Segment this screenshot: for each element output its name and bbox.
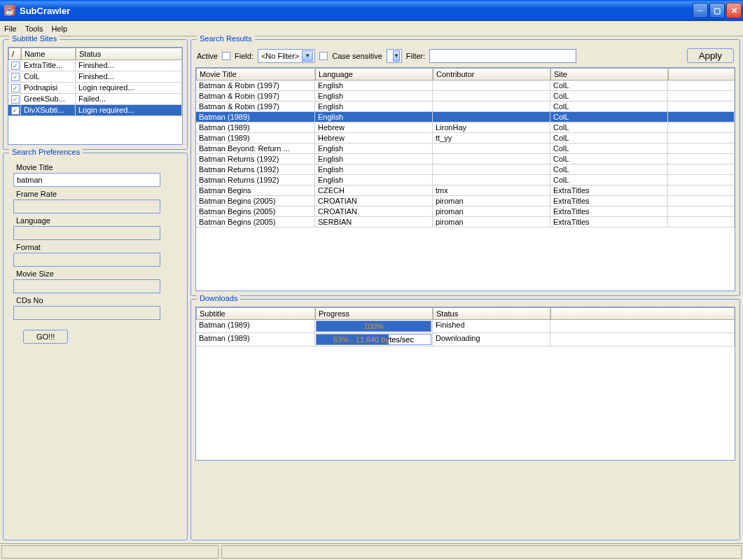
results-row[interactable]: Batman & Robin (1997)EnglishColL bbox=[196, 102, 735, 112]
go-button[interactable]: GO!!! bbox=[23, 330, 68, 344]
input-movie-size[interactable] bbox=[13, 279, 160, 293]
sites-col-name[interactable]: Name bbox=[21, 48, 76, 60]
downloads-legend: Downloads bbox=[197, 294, 240, 302]
sites-col-status[interactable]: Status bbox=[76, 48, 182, 60]
minimize-button[interactable]: ─ bbox=[693, 3, 708, 18]
sites-row[interactable]: ✓DivXSubti...Login required... bbox=[8, 105, 182, 116]
results-col-contributor[interactable]: Contributor bbox=[433, 68, 550, 80]
results-col-blank[interactable] bbox=[668, 68, 735, 80]
site-checkbox[interactable]: ✓ bbox=[11, 62, 20, 70]
downloads-col-status[interactable]: Status bbox=[433, 307, 550, 320]
filter-input[interactable] bbox=[429, 49, 576, 63]
input-cds-no[interactable] bbox=[13, 306, 160, 320]
download-subtitle: Batman (1989) bbox=[196, 333, 315, 346]
site-checkbox[interactable]: ✓ bbox=[11, 106, 20, 115]
progress-text: 100% bbox=[317, 322, 431, 330]
sites-row[interactable]: ✓GreekSub...Failed... bbox=[8, 94, 182, 105]
field-select[interactable]: <No Filter> ▼ bbox=[258, 49, 315, 63]
input-language[interactable] bbox=[13, 226, 160, 240]
result-language: English bbox=[315, 164, 433, 174]
results-row[interactable]: Batman BeginsCZECHtmxExtraTitles bbox=[196, 186, 735, 196]
site-checkbox[interactable]: ✓ bbox=[11, 73, 20, 81]
result-language: English bbox=[315, 91, 433, 101]
result-site: ColL bbox=[550, 80, 668, 90]
results-toolbar: Active Field: <No Filter> ▼ Case sensiti… bbox=[195, 47, 735, 67]
site-status: Finished... bbox=[76, 71, 182, 82]
result-title: Batman Begins (2005) bbox=[196, 217, 315, 227]
results-col-language[interactable]: Language bbox=[315, 68, 433, 80]
menu-file[interactable]: File bbox=[4, 24, 17, 33]
results-row[interactable]: Batman & Robin (1997)EnglishColL bbox=[196, 80, 735, 91]
case-mode-select[interactable]: ▼ bbox=[387, 49, 402, 63]
result-title: Batman Begins (2005) bbox=[196, 206, 315, 216]
site-status: Login required... bbox=[76, 83, 182, 93]
chevron-down-icon: ▼ bbox=[302, 50, 313, 62]
site-name: Podnapisi bbox=[21, 83, 76, 93]
result-contributor bbox=[433, 154, 550, 164]
downloads-row[interactable]: Batman (1989)63% - 11.640 bytes/secDownl… bbox=[196, 333, 735, 346]
input-movie-title[interactable] bbox=[13, 173, 160, 187]
sites-row[interactable]: ✓ColLFinished... bbox=[8, 71, 182, 83]
result-site: ColL bbox=[550, 133, 668, 143]
case-sensitive-checkbox[interactable] bbox=[319, 52, 328, 60]
sites-table: / Name Status ✓ExtraTitle...Finished...✓… bbox=[8, 47, 183, 145]
menu-help[interactable]: Help bbox=[51, 24, 67, 33]
site-name: GreekSub... bbox=[21, 94, 76, 104]
downloads-col-progress[interactable]: Progress bbox=[315, 307, 433, 320]
apply-button[interactable]: Apply bbox=[687, 48, 734, 63]
results-row[interactable]: Batman Begins (2005)CROATIANpiromanExtra… bbox=[196, 206, 735, 217]
results-col-site[interactable]: Site bbox=[550, 68, 668, 80]
result-contributor: LironHay bbox=[433, 122, 550, 132]
close-button[interactable]: ✕ bbox=[726, 3, 742, 18]
downloads-col-subtitle[interactable]: Subtitle bbox=[196, 307, 315, 320]
result-contributor bbox=[433, 102, 550, 111]
maximize-button[interactable]: ▢ bbox=[709, 3, 725, 18]
results-row[interactable]: Batman (1989)HebrewLironHayColL bbox=[196, 122, 735, 133]
result-site: ColL bbox=[550, 154, 668, 164]
result-title: Batman (1989) bbox=[196, 122, 315, 132]
result-title: Batman Returns (1992) bbox=[196, 164, 315, 174]
site-checkbox[interactable]: ✓ bbox=[11, 95, 20, 104]
result-contributor: piroman bbox=[433, 196, 550, 206]
result-language: English bbox=[315, 154, 433, 164]
result-site: ColL bbox=[550, 91, 668, 101]
label-frame-rate: Frame Rate bbox=[16, 190, 174, 198]
label-movie-size: Movie Size bbox=[16, 270, 174, 278]
results-row[interactable]: Batman (1989)EnglishColL bbox=[196, 112, 735, 122]
result-contributor: tmx bbox=[433, 186, 550, 195]
downloads-row[interactable]: Batman (1989)100%Finished bbox=[196, 320, 735, 333]
active-checkbox[interactable] bbox=[222, 52, 230, 60]
results-row[interactable]: Batman Begins (2005)SERBIANpiromanExtraT… bbox=[196, 217, 735, 227]
menu-tools[interactable]: Tools bbox=[25, 24, 43, 33]
sites-row[interactable]: ✓ExtraTitle...Finished... bbox=[8, 60, 182, 71]
input-frame-rate[interactable] bbox=[13, 200, 160, 214]
site-status: Failed... bbox=[76, 94, 182, 104]
site-checkbox[interactable]: ✓ bbox=[11, 84, 20, 92]
sites-row[interactable]: ✓PodnapisiLogin required... bbox=[8, 83, 182, 94]
downloads-col-blank[interactable] bbox=[550, 307, 735, 320]
results-row[interactable]: Batman Returns (1992)EnglishColL bbox=[196, 175, 735, 186]
result-title: Batman Beyond: Return ... bbox=[196, 144, 315, 153]
field-label: Field: bbox=[235, 52, 254, 60]
results-row[interactable]: Batman (1989)Hebrewtt_yyColL bbox=[196, 133, 735, 144]
result-language: English bbox=[315, 175, 433, 185]
result-contributor: piroman bbox=[433, 206, 550, 216]
results-row[interactable]: Batman Returns (1992)EnglishColL bbox=[196, 154, 735, 164]
result-site: ColL bbox=[550, 112, 668, 122]
sites-col-check[interactable]: / bbox=[8, 48, 21, 60]
result-language: English bbox=[315, 80, 433, 90]
results-row[interactable]: Batman Returns (1992)EnglishColL bbox=[196, 164, 735, 175]
input-format[interactable] bbox=[13, 253, 160, 267]
subtitle-sites-group: Subtitle Sites / Name Status ✓ExtraTitle… bbox=[3, 39, 188, 150]
search-preferences-group: Search Preferences Movie Title Frame Rat… bbox=[3, 153, 188, 540]
result-site: ColL bbox=[550, 164, 668, 174]
result-contributor bbox=[433, 112, 550, 122]
result-site: ExtraTitles bbox=[550, 186, 668, 195]
results-col-title[interactable]: Movie Title bbox=[196, 68, 315, 80]
window-title: SubCrawler bbox=[20, 6, 693, 16]
results-row[interactable]: Batman Begins (2005)CROATIANpiromanExtra… bbox=[196, 196, 735, 206]
results-row[interactable]: Batman Beyond: Return ...EnglishColL bbox=[196, 144, 735, 154]
result-language: CROATIAN bbox=[315, 206, 433, 216]
results-row[interactable]: Batman & Robin (1997)EnglishColL bbox=[196, 91, 735, 102]
active-label: Active bbox=[197, 52, 218, 60]
